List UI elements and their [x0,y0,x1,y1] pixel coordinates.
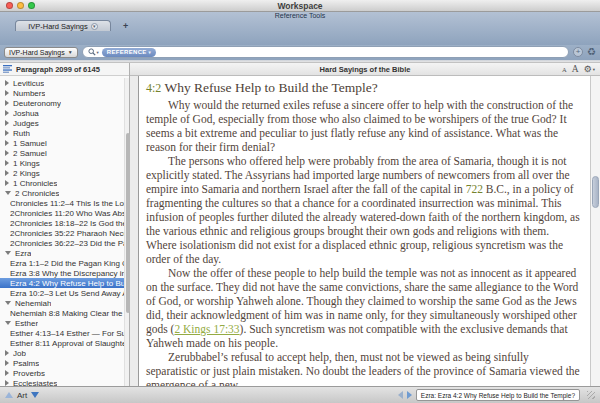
sidebar-entry[interactable]: Ezra 4:2 Why Refuse Help to Build the Te… [0,278,129,288]
sidebar-book[interactable]: Numbers [0,88,129,98]
sidebar-book[interactable]: Nehemiah [0,298,129,308]
sidebar-book[interactable]: 1 Samuel [0,138,129,148]
sidebar-entry[interactable]: 2Chronicles 36:22–23 Did the Pagan King.… [0,238,129,248]
text-size-increase-icon[interactable]: A [572,64,579,74]
art-up-icon[interactable] [5,392,13,398]
sidebar-item-label: 2Chronicles 11:20 Who Was Absalom’s Da..… [10,209,129,218]
sidebar-item-label: 1 Chronicles [13,179,57,188]
disclosure-triangle-icon[interactable] [5,370,9,376]
sidebar-item-label: Ruth [13,129,30,138]
sidebar-entry[interactable]: Esther 8:11 Approval of Slaughter? [0,338,129,348]
text-run: B.C., in a policy of fragmenting the cul… [146,183,580,265]
new-tab-button[interactable]: + [123,21,128,31]
sidebar-entry[interactable]: 2Chronicles 11:20 Who Was Absalom’s Da..… [0,208,129,218]
sidebar-book[interactable]: Joshua [0,108,129,118]
sidebar-book[interactable]: Leviticus [0,78,129,88]
disclosure-triangle-icon[interactable] [5,180,9,186]
sidebar-entry[interactable]: Esther 4:13–14 Esther — For Such a Time.… [0,328,129,338]
search-input[interactable] [159,47,563,57]
sidebar-book[interactable]: 2 Samuel [0,148,129,158]
library-tree-icon[interactable]: ♻ [587,47,596,57]
sidebar-book[interactable]: 2 Kings [0,168,129,178]
text-size-decrease-icon[interactable]: A [562,66,567,73]
search-scope-token[interactable]: REFERENCE ▾ [102,48,156,57]
sidebar-book[interactable]: Judges [0,118,129,128]
disclosure-triangle-icon[interactable] [5,360,9,366]
sidebar-book[interactable]: 1 Kings [0,158,129,168]
sidebar-book[interactable]: Proverbs [0,368,129,378]
sidebar-item-label: Ecclesiastes [13,379,57,387]
sidebar-entry[interactable]: Nehemiah 8:8 Making Clear the Book of th… [0,308,129,318]
sidebar-item-label: Joshua [13,109,39,118]
resize-grip[interactable] [587,391,595,399]
sidebar-entry[interactable]: Ezra 10:2–3 Let Us Send Away All These W… [0,288,129,298]
sidebar-item-label: 2 Samuel [13,149,47,158]
disclosure-triangle-icon[interactable] [5,120,9,126]
sidebar-book[interactable]: 1 Chronicles [0,178,129,188]
scripture-link[interactable]: 2 Kings 17:33 [174,323,239,335]
disclosure-triangle-icon[interactable] [5,170,9,176]
text-run: Why would the returned exiles refuse a s… [146,99,573,153]
disclosure-triangle-icon[interactable] [5,140,9,146]
module-select-label: IVP-Hard Sayings [9,49,65,56]
tab-ivp-hard-sayings[interactable]: IVP-Hard Sayings ▾ [15,20,111,31]
sidebar-book[interactable]: Ecclesiastes [0,378,129,386]
search-icon[interactable]: ▾ [88,48,99,56]
tab-menu-icon[interactable]: ▾ [91,23,98,30]
disclosure-triangle-icon[interactable] [5,301,11,305]
workspace-window: Workspace Reference Tools IVP-Hard Sayin… [0,0,600,403]
title-bar: Workspace [0,0,600,12]
paragraph-counter: Paragraph 2099 of 6145 [16,65,100,74]
search-field[interactable]: ▾ REFERENCE ▾ [82,46,569,58]
paragraph: Zerubbabel’s refusal to accept help, the… [146,350,582,386]
sidebar-item-label: Proverbs [13,369,45,378]
sidebar-entry[interactable]: 2Chronicles 18:18–22 Is God the Author o… [0,218,129,228]
sidebar-entry[interactable]: 2Chronicles 35:22 Pharaoh Neco Spoke at.… [0,228,129,238]
disclosure-triangle-icon[interactable] [5,380,9,386]
disclosure-triangle-icon[interactable] [5,80,9,86]
module-select[interactable]: IVP-Hard Sayings ▼ [4,47,78,58]
sidebar-item-label: Ezra 10:2–3 Let Us Send Away All These W… [10,289,129,298]
sidebar-entry[interactable]: Chronicles 11:2–4 This Is the Lord’s Doi… [0,198,129,208]
gear-icon[interactable]: ⚙▾ [584,65,595,74]
disclosure-triangle-icon[interactable] [5,110,9,116]
disclosure-triangle-icon[interactable] [5,90,9,96]
history-forward-icon[interactable] [407,391,412,399]
sidebar-entry[interactable]: Ezra 1:1–2 Did the Pagan King Cyrus Beli… [0,258,129,268]
history-back-icon[interactable] [398,391,403,399]
disclosure-triangle-icon[interactable] [5,100,9,106]
sidebar-book[interactable]: Deuteronomy [0,98,129,108]
content-pane: Hard Sayings of the Bible A A ⚙▾ 4:2 Why… [130,63,600,386]
text-run: Zerubbabel’s refusal to accept help, the… [146,351,580,386]
disclosure-triangle-icon[interactable] [5,150,9,156]
sidebar-entry[interactable]: Ezra 3:8 Why the Discrepancy in Ages for… [0,268,129,278]
sidebar-item-label: Ezra [15,249,31,258]
heading-title: Why Refuse Help to Build the Temple? [164,80,377,95]
content-scrollbar-thumb[interactable] [592,176,599,208]
disclosure-triangle-icon[interactable] [5,160,9,166]
sidebar-scrollbar[interactable] [124,78,129,386]
heading-verse-ref: 4:2 [146,81,161,95]
content-scrollbar[interactable] [590,76,600,386]
sidebar-item-label: Ezra 3:8 Why the Discrepancy in Ages for… [10,269,129,278]
article: 4:2 Why Refuse Help to Build the Temple?… [138,76,590,386]
sidebar-book[interactable]: Psalms [0,358,129,368]
sidebar-book[interactable]: Ezra [0,248,129,258]
sidebar-scrollbar-thumb[interactable] [126,133,130,313]
sidebar-book[interactable]: 2 Chronicles [0,188,129,198]
disclosure-triangle-icon[interactable] [5,191,11,195]
disclosure-triangle-icon[interactable] [5,350,9,356]
sidebar-book[interactable]: Ruth [0,128,129,138]
paragraph: The persons who offered help were probab… [146,154,582,266]
disclosure-triangle-icon[interactable] [5,321,11,325]
sidebar-book[interactable]: Job [0,348,129,358]
disclosure-triangle-icon[interactable] [5,251,11,255]
content-pane-header: Hard Sayings of the Bible A A ⚙▾ [130,63,600,76]
disclosure-triangle-icon[interactable] [5,130,9,136]
sidebar-item-label: Deuteronomy [13,99,61,108]
sidebar-book[interactable]: Esther [0,318,129,328]
module-select-chevron-icon: ▼ [68,49,73,55]
art-down-icon[interactable] [31,392,39,398]
add-button[interactable]: + [573,47,583,57]
sidebar-header: Paragraph 2099 of 6145 [0,63,129,76]
